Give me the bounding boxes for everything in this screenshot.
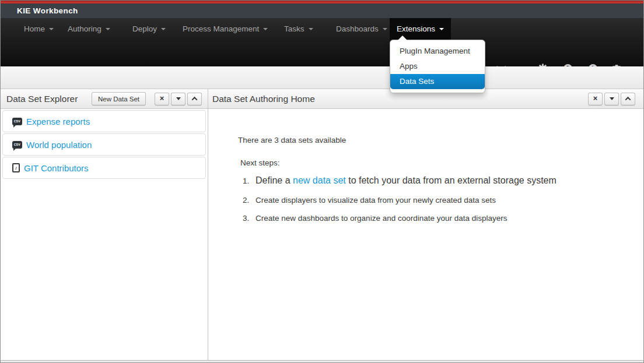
chevron-down-icon — [106, 28, 110, 30]
close-icon: × — [160, 94, 164, 102]
list-item-git-contributors[interactable]: ♪ GIT Contributors — [2, 157, 206, 179]
extensions-dropdown-menu: PlugIn Management Apps Data Sets — [390, 40, 485, 93]
window-frame: KIE Workbench Home Authoring Deploy Proc… — [0, 0, 644, 363]
chevron-up-icon — [625, 97, 631, 103]
home-content: There are 3 data sets available Next ste… — [238, 136, 623, 231]
toolbar-strip — [1, 66, 643, 89]
dataset-link: Expense reports — [26, 117, 90, 126]
csv-file-icon: CSV — [12, 141, 22, 149]
chevron-down-icon — [439, 28, 444, 30]
chevron-down-icon — [383, 28, 387, 30]
explorer-panel-header: Data Set Explorer New Data Set × — [1, 89, 208, 109]
bean-file-icon: ♪ — [12, 163, 20, 172]
dataset-link: World population — [26, 140, 92, 150]
collapse-panel-button[interactable] — [187, 93, 202, 105]
collapse-panel-button[interactable] — [621, 93, 635, 105]
new-data-set-link[interactable]: new data set — [293, 175, 346, 185]
chevron-down-icon — [49, 28, 54, 30]
window-bottom-frame — [1, 360, 643, 362]
nav-item-process-management[interactable]: Process Management — [173, 18, 277, 40]
datasets-available-text: There are 3 data sets available — [238, 136, 623, 145]
step-2: 2.Create displayers to visualize data fr… — [243, 195, 623, 205]
main-navbar: Home Authoring Deploy Process Management… — [1, 18, 643, 66]
chevron-down-icon — [309, 28, 313, 30]
caret-down-icon — [176, 97, 181, 100]
explorer-panel-title: Data Set Explorer — [6, 94, 92, 104]
chevron-down-icon — [263, 28, 268, 30]
next-steps-label: Next steps: — [240, 158, 623, 167]
home-panel-title: Data Set Authoring Home — [212, 94, 586, 104]
menu-item-apps[interactable]: Apps — [390, 59, 485, 74]
nav-item-authoring[interactable]: Authoring — [58, 18, 120, 40]
nav-item-dashboards[interactable]: Dashboards — [327, 18, 397, 40]
panel-divider — [208, 89, 208, 361]
nav-item-deploy[interactable]: Deploy — [123, 18, 175, 40]
step-3: 3.Create new dashboards to organize and … — [243, 213, 623, 223]
dataset-link: GIT Contributors — [24, 163, 89, 173]
list-item-world-population[interactable]: CSV World population — [2, 133, 206, 156]
close-panel-button[interactable]: × — [588, 93, 603, 105]
list-item-expense-reports[interactable]: CSV Expense reports — [2, 110, 206, 132]
menu-item-data-sets[interactable]: Data Sets — [390, 74, 485, 89]
nav-item-home[interactable]: Home — [15, 18, 63, 40]
csv-file-icon: CSV — [12, 118, 22, 125]
menu-item-plugin-management[interactable]: PlugIn Management — [390, 44, 485, 59]
title-bar: KIE Workbench — [1, 3, 643, 18]
app-title: KIE Workbench — [17, 6, 78, 15]
caret-down-icon — [610, 97, 614, 100]
data-set-explorer-panel: CSV Expense reports CSV World population… — [1, 109, 208, 361]
close-icon: × — [593, 94, 598, 102]
panel-menu-button[interactable] — [171, 93, 186, 105]
nav-item-tasks[interactable]: Tasks — [275, 18, 323, 40]
close-panel-button[interactable]: × — [155, 93, 169, 105]
new-data-set-button[interactable]: New Data Set — [92, 92, 146, 105]
panel-menu-button[interactable] — [604, 93, 619, 105]
chevron-up-icon — [192, 97, 198, 103]
data-set-authoring-home-panel: There are 3 data sets available Next ste… — [208, 109, 644, 361]
chevron-down-icon — [161, 28, 166, 30]
step-1: 1.Define a new data set to fetch your da… — [243, 175, 623, 186]
